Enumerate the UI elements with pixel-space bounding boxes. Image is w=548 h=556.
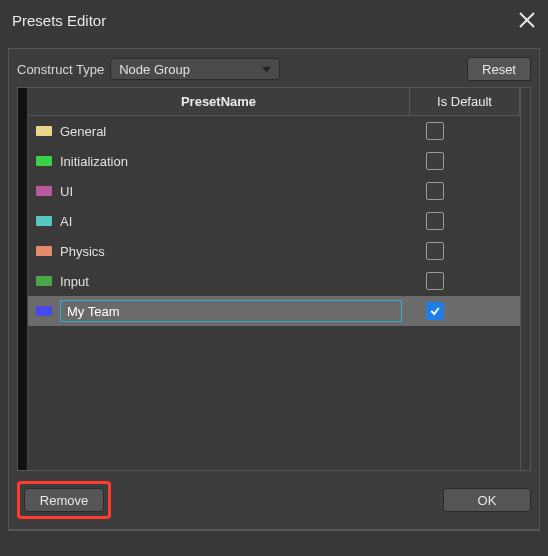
- presets-editor-window: Presets Editor Construct Type Node Group…: [0, 0, 548, 556]
- construct-type-label: Construct Type: [17, 62, 104, 77]
- is-default-cell: [410, 266, 520, 296]
- table-row[interactable]: Initialization: [28, 146, 520, 176]
- is-default-cell: [410, 146, 520, 176]
- table-row[interactable]: Physics: [28, 236, 520, 266]
- is-default-checkbox[interactable]: [426, 212, 444, 230]
- color-swatch: [36, 276, 52, 286]
- ok-button[interactable]: OK: [443, 488, 531, 512]
- dialog-body: Construct Type Node Group Reset PresetNa…: [0, 40, 548, 556]
- table-row[interactable]: AI: [28, 206, 520, 236]
- color-swatch: [36, 126, 52, 136]
- preset-name-label: Physics: [60, 244, 105, 259]
- is-default-checkbox[interactable]: [426, 122, 444, 140]
- column-header-presetname[interactable]: PresetName: [28, 88, 410, 115]
- is-default-checkbox[interactable]: [426, 152, 444, 170]
- preset-name-cell[interactable]: Initialization: [28, 146, 410, 176]
- chevron-down-icon: [262, 65, 271, 74]
- preset-name-cell[interactable]: [28, 296, 410, 326]
- table-row[interactable]: Input: [28, 266, 520, 296]
- color-swatch: [36, 246, 52, 256]
- is-default-cell: [410, 296, 520, 326]
- is-default-cell: [410, 176, 520, 206]
- preset-name-label: AI: [60, 214, 72, 229]
- close-icon[interactable]: [518, 11, 536, 29]
- vertical-scrollbar[interactable]: [520, 88, 530, 470]
- preset-name-cell[interactable]: UI: [28, 176, 410, 206]
- table-body: PresetName Is Default GeneralInitializat…: [28, 88, 520, 470]
- table-row[interactable]: General: [28, 116, 520, 146]
- preset-name-label: Input: [60, 274, 89, 289]
- color-swatch: [36, 216, 52, 226]
- color-swatch: [36, 306, 52, 316]
- preset-name-cell[interactable]: Input: [28, 266, 410, 296]
- preset-name-label: General: [60, 124, 106, 139]
- inner-panel: Construct Type Node Group Reset PresetNa…: [8, 48, 540, 530]
- dialog-footer: Remove OK: [17, 471, 531, 519]
- construct-type-value: Node Group: [119, 62, 190, 77]
- color-swatch: [36, 186, 52, 196]
- preset-name-label: Initialization: [60, 154, 128, 169]
- is-default-cell: [410, 116, 520, 146]
- status-strip: [8, 530, 540, 548]
- table-rows: GeneralInitializationUIAIPhysicsInput: [28, 116, 520, 470]
- remove-button[interactable]: Remove: [24, 488, 104, 512]
- preset-name-cell[interactable]: AI: [28, 206, 410, 236]
- toolbar: Construct Type Node Group Reset: [17, 57, 531, 81]
- remove-button-highlight: Remove: [17, 481, 111, 519]
- preset-name-input[interactable]: [60, 300, 402, 322]
- color-swatch: [36, 156, 52, 166]
- titlebar: Presets Editor: [0, 0, 548, 40]
- is-default-checkbox[interactable]: [426, 302, 444, 320]
- is-default-cell: [410, 236, 520, 266]
- preset-name-label: UI: [60, 184, 73, 199]
- preset-name-cell[interactable]: General: [28, 116, 410, 146]
- column-header-isdefault[interactable]: Is Default: [410, 88, 520, 115]
- reset-button[interactable]: Reset: [467, 57, 531, 81]
- is-default-checkbox[interactable]: [426, 242, 444, 260]
- window-title: Presets Editor: [12, 12, 106, 29]
- is-default-checkbox[interactable]: [426, 182, 444, 200]
- is-default-checkbox[interactable]: [426, 272, 444, 290]
- row-header-gutter: [18, 88, 28, 470]
- construct-type-dropdown[interactable]: Node Group: [110, 58, 280, 80]
- svg-marker-2: [262, 66, 271, 71]
- table-row[interactable]: [28, 296, 520, 326]
- table-row[interactable]: UI: [28, 176, 520, 206]
- presets-table: PresetName Is Default GeneralInitializat…: [17, 87, 531, 471]
- table-header-row: PresetName Is Default: [28, 88, 520, 116]
- preset-name-cell[interactable]: Physics: [28, 236, 410, 266]
- is-default-cell: [410, 206, 520, 236]
